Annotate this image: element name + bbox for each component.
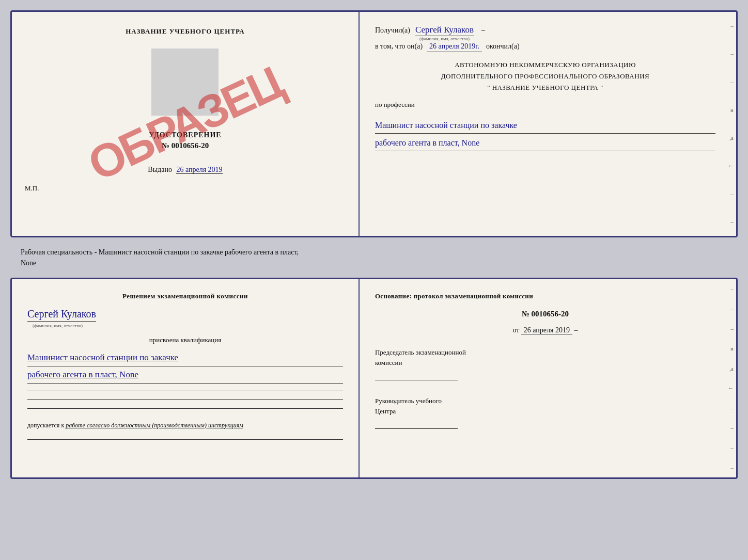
certificate-bottom: Решением экзаменационной комиссии Сергей… (10, 278, 738, 479)
qual-line1: Машинист насосной станции по закачке (27, 349, 343, 366)
field-line-4 (27, 439, 343, 440)
cert-bottom-right: Основание: протокол экзаменационной коми… (360, 279, 736, 442)
qual-line2: рабочего агента в пласт, None (27, 366, 343, 383)
org-line1: АВТОНОМНУЮ НЕКОММЕРЧЕСКУЮ ОРГАНИЗАЦИЮ (375, 59, 715, 71)
prisvoena-text: присвоена квалификация (27, 336, 343, 344)
ot-date-block: от 26 апреля 2019 – (375, 326, 715, 334)
dash-mark-8: – (723, 219, 734, 225)
field-line-3 (27, 408, 343, 409)
vydano-line: Выдано 26 апреля 2019 (148, 166, 222, 174)
rukovoditel-line2: Центра (375, 406, 715, 417)
cert-top-left: НАЗВАНИЕ УЧЕБНОГО ЦЕНТРА УДОСТОВЕРЕНИЕ №… (12, 12, 360, 236)
rukovoditel-block: Руководитель учебного Центра (375, 396, 715, 429)
middle-text-line2: None (21, 259, 36, 267)
osnovanie-text: Основание: протокол экзаменационной коми… (375, 292, 715, 300)
vydano-date: 26 апреля 2019 (176, 166, 222, 174)
stamp-area (151, 49, 219, 116)
dash-mark-b10: – (723, 465, 734, 471)
vtom-line: в том, что он(а) 26 апреля 2019г. окончи… (375, 42, 715, 52)
cert-bottom-right-wrapper: Основание: протокол экзаменационной коми… (360, 279, 736, 477)
cert-top-right-wrapper: Получил(а) Сергей Кулаков (фамилия, имя,… (360, 12, 736, 236)
poluchil-name: Сергей Кулаков (415, 25, 474, 36)
profession-block: Машинист насосной станции по закачке раб… (375, 116, 715, 151)
person-name-bottom-wrapper: Сергей Кулаков (фамилия, имя, отчество) (27, 308, 343, 322)
poluchil-name-wrapper: Сергей Кулаков (фамилия, имя, отчество) (415, 25, 474, 35)
org-line2: ДОПОЛНИТЕЛЬНОГО ПРОФЕССИОНАЛЬНОГО ОБРАЗО… (375, 71, 715, 82)
poluchil-line: Получил(а) Сергей Кулаков (фамилия, имя,… (375, 25, 715, 35)
udostoverenie-block: УДОСТОВЕРЕНИЕ № 0010656-20 (149, 131, 221, 150)
predsedatel-line1: Председатель экзаменационной (375, 347, 715, 358)
resheniem-text: Решением экзаменационной комиссии (27, 292, 343, 300)
field-line-1 (27, 391, 343, 391)
familiya-hint-bottom: (фамилия, имя, отчество) (33, 323, 83, 328)
profession-line1: Машинист насосной станции по закачке (375, 118, 715, 134)
profession-line2: рабочего агента в пласт, None (375, 136, 715, 151)
dopuskaetsya-block: допускается к работе согласно должностны… (27, 421, 343, 430)
vtom-date: 26 апреля 2019г. (427, 42, 482, 52)
po-professii: по профессии (375, 101, 715, 109)
predsedatel-sign-line (375, 370, 458, 380)
vtom-prefix: в том, что он(а) (375, 42, 423, 51)
field-line-2 (27, 399, 343, 400)
middle-text-block: Рабочая специальность - Машинист насосно… (10, 242, 738, 274)
ot-dash: – (574, 326, 578, 334)
cert-number-top: № 0010656-20 (149, 141, 221, 150)
poluchil-prefix: Получил(а) (375, 26, 410, 35)
dopuskaetsya-text: работе согласно должностным (производств… (66, 422, 243, 429)
org-name: " НАЗВАНИЕ УЧЕБНОГО ЦЕНТРА " (375, 82, 715, 93)
middle-text-line1: Рабочая специальность - Машинист насосно… (21, 248, 299, 256)
school-name-top: НАЗВАНИЕ УЧЕБНОГО ЦЕНТРА (126, 27, 245, 36)
certificate-top: НАЗВАНИЕ УЧЕБНОГО ЦЕНТРА УДОСТОВЕРЕНИЕ №… (10, 10, 738, 237)
dash-separator: – (481, 26, 485, 35)
person-name-bottom: Сергей Кулаков (27, 308, 96, 322)
cert-top-right: Получил(а) Сергей Кулаков (фамилия, имя,… (360, 12, 736, 164)
okonchil: окончил(а) (486, 42, 520, 51)
org-block: АВТОНОМНУЮ НЕКОММЕРЧЕСКУЮ ОРГАНИЗАЦИЮ ДО… (375, 59, 715, 93)
ot-prefix: от (512, 326, 519, 334)
qualification-block: Машинист насосной станции по закачке раб… (27, 349, 343, 384)
predsedatel-line2: комиссии (375, 358, 715, 368)
udostoverenie-title: УДОСТОВЕРЕНИЕ (149, 131, 221, 139)
vydano-prefix: Выдано (148, 166, 172, 173)
dopuskaetsya-prefix: допускается к (27, 422, 64, 429)
protocol-number: № 0010656-20 (375, 310, 715, 318)
dash-mark-b9: – (723, 444, 734, 451)
ot-date: 26 апреля 2019 (521, 326, 572, 334)
rukovoditel-line1: Руководитель учебного (375, 396, 715, 406)
familiya-hint-top: (фамилия, имя, отчество) (419, 36, 470, 41)
predsedatel-block: Председатель экзаменационной комиссии (375, 347, 715, 380)
dash-mark-7: – (723, 191, 734, 197)
mp-line: М.П. (25, 184, 39, 193)
cert-bottom-left: Решением экзаменационной комиссии Сергей… (12, 279, 360, 477)
rukovoditel-sign-line (375, 419, 458, 429)
